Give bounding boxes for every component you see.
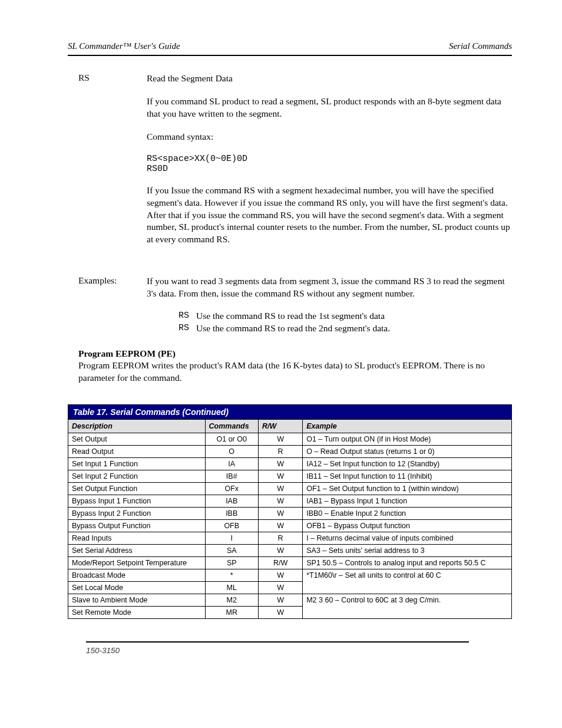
header-rule	[68, 55, 512, 56]
cell-command: IB#	[205, 470, 258, 482]
commands-table-wrap: Table 17. Serial Commands (Continued) De…	[68, 404, 512, 619]
col-description: Description	[68, 419, 206, 433]
page-header: SL Commander™ User's Guide Serial Comman…	[68, 41, 512, 51]
examples-section: Examples: If you want to read 3 segments…	[78, 275, 512, 335]
rs-syntax-2: RS0D	[147, 164, 512, 174]
cell-example: OF1 – Set Output function to 1 (within w…	[303, 482, 512, 495]
rs-syntax-label: Command syntax:	[147, 131, 512, 143]
col-rw: R/W	[258, 419, 302, 433]
cell-description: Read Output	[68, 445, 206, 457]
cell-example: IA12 – Set Input function to 12 (Standby…	[303, 457, 512, 470]
cell-description: Bypass Input 2 Function	[68, 507, 206, 519]
cell-rw: W	[258, 581, 302, 594]
col-commands: Commands	[205, 419, 258, 433]
cell-example: OFB1 – Bypass Output function	[303, 519, 512, 532]
cell-rw: W	[258, 606, 302, 618]
cell-example: IB11 – Set Input function to 11 (Inhibit…	[303, 470, 512, 482]
rs-p3: If you Issue the command RS with a segme…	[147, 185, 512, 246]
cell-example: O1 – Turn output ON (if in Host Mode)	[303, 433, 512, 445]
cell-description: Set Output Function	[68, 482, 206, 495]
cell-example: *T1M60\r – Set all units to control at 6…	[303, 569, 512, 594]
cell-command: OFB	[205, 519, 258, 532]
cell-rw: W	[258, 569, 302, 581]
table-row: Bypass Output FunctionOFBWOFB1 – Bypass …	[68, 519, 512, 532]
cell-example: SA3 – Sets units' serial address to 3	[303, 544, 512, 556]
example-desc: Use the command RS to read the 1st segme…	[196, 311, 385, 321]
cell-description: Set Remote Mode	[68, 606, 206, 618]
cell-description: Broadcast Mode	[68, 569, 206, 581]
example-cmd: RS	[178, 323, 196, 334]
example-desc: Use the command RS to read the 2nd segme…	[196, 323, 390, 334]
cell-command: OFx	[205, 482, 258, 495]
cell-rw: W	[258, 433, 302, 445]
cell-rw: W	[258, 507, 302, 519]
cell-example: IBB0 – Enable Input 2 function	[303, 507, 512, 519]
pe-title: Program EEPROM (PE)	[78, 348, 512, 359]
cell-command: SA	[205, 544, 258, 556]
cell-command: SP	[205, 556, 258, 569]
table-row: Bypass Input 1 FunctionIABWIAB1 – Bypass…	[68, 495, 512, 507]
cell-description: Set Serial Address	[68, 544, 206, 556]
table-row: Read InputsIRI – Returns decimal value o…	[68, 532, 512, 544]
cell-description: Set Local Mode	[68, 581, 206, 594]
examples-label: Examples:	[78, 275, 138, 335]
cell-description: Slave to Ambient Mode	[68, 594, 206, 606]
cell-command: O1 or O0	[205, 433, 258, 445]
cell-command: I	[205, 532, 258, 544]
header-left: SL Commander™ User's Guide	[68, 41, 180, 51]
cell-rw: W	[258, 482, 302, 495]
cell-command: IAB	[205, 495, 258, 507]
commands-table: Table 17. Serial Commands (Continued) De…	[68, 404, 512, 619]
cell-example: M2 3 60 – Control to 60C at 3 deg C/min.	[303, 594, 512, 618]
cell-rw: W	[258, 470, 302, 482]
cell-command: IBB	[205, 507, 258, 519]
rs-p1: Read the Segment Data	[147, 73, 512, 85]
example-cmd: RS	[178, 311, 196, 321]
cell-description: Bypass Input 1 Function	[68, 495, 206, 507]
footer-rule	[86, 641, 469, 643]
cell-description: Bypass Output Function	[68, 519, 206, 532]
rs-p2: If you command SL product to read a segm…	[147, 95, 512, 120]
example-row: RSUse the command RS to read the 1st seg…	[178, 311, 512, 321]
cell-example: I – Returns decimal value of inputs comb…	[303, 532, 512, 544]
cell-command: *	[205, 569, 258, 581]
cell-description: Mode/Report Setpoint Temperature	[68, 556, 206, 569]
table-row: Set Input 2 FunctionIB#WIB11 – Set Input…	[68, 470, 512, 482]
cell-rw: R/W	[258, 556, 302, 569]
cell-command: IA	[205, 457, 258, 470]
cell-example: O – Read Output status (returns 1 or 0)	[303, 445, 512, 457]
cell-example: SP1 50.5 – Controls to analog input and …	[303, 556, 512, 569]
table-row: Mode/Report Setpoint TemperatureSPR/WSP1…	[68, 556, 512, 569]
table-row: Set Output FunctionOFxWOF1 – Set Output …	[68, 482, 512, 495]
table-row: Bypass Input 2 FunctionIBBWIBB0 – Enable…	[68, 507, 512, 519]
cell-command: ML	[205, 581, 258, 594]
examples-p1: If you want to read 3 segments data from…	[147, 275, 512, 300]
header-right: Serial Commands	[449, 41, 512, 51]
table-row: Set Input 1 FunctionIAWIA12 – Set Input …	[68, 457, 512, 470]
cell-description: Set Output	[68, 433, 206, 445]
cell-rw: R	[258, 532, 302, 544]
cell-example: IAB1 – Bypass Input 1 function	[303, 495, 512, 507]
cell-rw: W	[258, 594, 302, 606]
col-example: Example	[303, 419, 512, 433]
rs-label: RS	[78, 73, 120, 256]
cell-description: Set Input 1 Function	[68, 457, 206, 470]
pe-section: Program EEPROM (PE) Program EEPROM write…	[78, 348, 512, 384]
cell-command: M2	[205, 594, 258, 606]
rs-syntax-1: RS<space>XX(0~0E)0D	[147, 154, 512, 164]
cell-command: MR	[205, 606, 258, 618]
rs-section: RS Read the Segment Data If you command …	[78, 73, 512, 256]
table-row: Slave to Ambient ModeM2WM2 3 60 – Contro…	[68, 594, 512, 606]
cell-rw: R	[258, 445, 302, 457]
cell-rw: W	[258, 495, 302, 507]
pe-desc: Program EEPROM writes the product's RAM …	[78, 360, 512, 384]
cell-rw: W	[258, 544, 302, 556]
cell-description: Read Inputs	[68, 532, 206, 544]
cell-command: O	[205, 445, 258, 457]
table-row: Broadcast Mode*W*T1M60\r – Set all units…	[68, 569, 512, 581]
table-row: Read OutputORO – Read Output status (ret…	[68, 445, 512, 457]
table-row: Set OutputO1 or O0WO1 – Turn output ON (…	[68, 433, 512, 445]
table-row: Set Serial AddressSAWSA3 – Sets units' s…	[68, 544, 512, 556]
cell-description: Set Input 2 Function	[68, 470, 206, 482]
footer-text: 150-3150	[86, 646, 120, 655]
